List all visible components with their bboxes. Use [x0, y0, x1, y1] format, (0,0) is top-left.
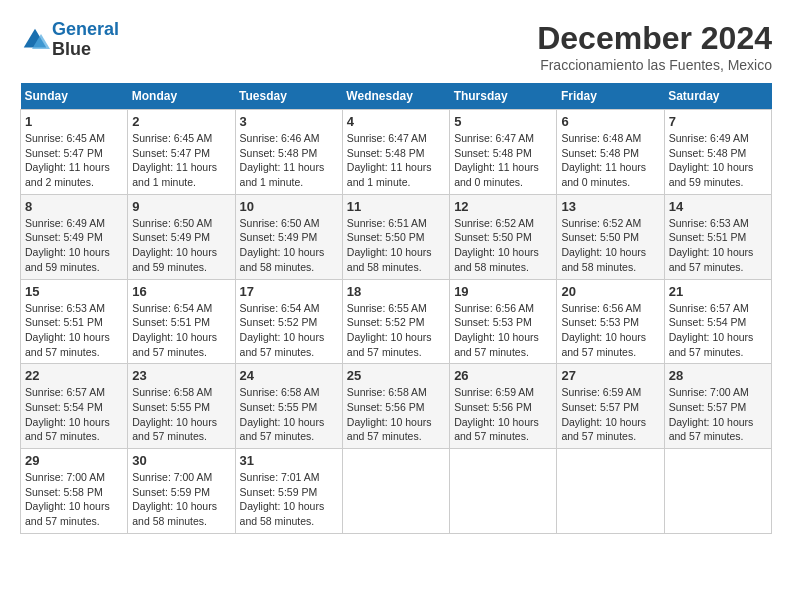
calendar-cell: 6 Sunrise: 6:48 AM Sunset: 5:48 PM Dayli…: [557, 110, 664, 195]
header-cell-wednesday: Wednesday: [342, 83, 449, 110]
day-info: Sunrise: 6:49 AM Sunset: 5:49 PM Dayligh…: [25, 216, 123, 275]
day-info: Sunrise: 6:53 AM Sunset: 5:51 PM Dayligh…: [669, 216, 767, 275]
day-info: Sunrise: 6:56 AM Sunset: 5:53 PM Dayligh…: [454, 301, 552, 360]
logo-text: General Blue: [52, 20, 119, 60]
day-info: Sunrise: 6:57 AM Sunset: 5:54 PM Dayligh…: [25, 385, 123, 444]
calendar-table: SundayMondayTuesdayWednesdayThursdayFrid…: [20, 83, 772, 534]
calendar-cell: [664, 449, 771, 534]
day-info: Sunrise: 6:58 AM Sunset: 5:55 PM Dayligh…: [240, 385, 338, 444]
day-info: Sunrise: 7:00 AM Sunset: 5:59 PM Dayligh…: [132, 470, 230, 529]
calendar-cell: 3 Sunrise: 6:46 AM Sunset: 5:48 PM Dayli…: [235, 110, 342, 195]
calendar-cell: 29 Sunrise: 7:00 AM Sunset: 5:58 PM Dayl…: [21, 449, 128, 534]
day-number: 29: [25, 453, 123, 468]
day-number: 11: [347, 199, 445, 214]
day-number: 8: [25, 199, 123, 214]
calendar-cell: 13 Sunrise: 6:52 AM Sunset: 5:50 PM Dayl…: [557, 194, 664, 279]
title-block: December 2024 Fraccionamiento las Fuente…: [537, 20, 772, 73]
calendar-cell: 31 Sunrise: 7:01 AM Sunset: 5:59 PM Dayl…: [235, 449, 342, 534]
calendar-cell: 28 Sunrise: 7:00 AM Sunset: 5:57 PM Dayl…: [664, 364, 771, 449]
day-number: 9: [132, 199, 230, 214]
calendar-week-2: 8 Sunrise: 6:49 AM Sunset: 5:49 PM Dayli…: [21, 194, 772, 279]
day-number: 27: [561, 368, 659, 383]
logo: General Blue: [20, 20, 119, 60]
day-info: Sunrise: 6:51 AM Sunset: 5:50 PM Dayligh…: [347, 216, 445, 275]
day-number: 3: [240, 114, 338, 129]
page-header: General Blue December 2024 Fraccionamien…: [20, 20, 772, 73]
day-info: Sunrise: 6:47 AM Sunset: 5:48 PM Dayligh…: [347, 131, 445, 190]
day-info: Sunrise: 6:54 AM Sunset: 5:52 PM Dayligh…: [240, 301, 338, 360]
day-info: Sunrise: 6:48 AM Sunset: 5:48 PM Dayligh…: [561, 131, 659, 190]
day-number: 18: [347, 284, 445, 299]
calendar-cell: 22 Sunrise: 6:57 AM Sunset: 5:54 PM Dayl…: [21, 364, 128, 449]
month-title: December 2024: [537, 20, 772, 57]
calendar-cell: 10 Sunrise: 6:50 AM Sunset: 5:49 PM Dayl…: [235, 194, 342, 279]
day-info: Sunrise: 6:56 AM Sunset: 5:53 PM Dayligh…: [561, 301, 659, 360]
calendar-cell: [557, 449, 664, 534]
calendar-cell: 15 Sunrise: 6:53 AM Sunset: 5:51 PM Dayl…: [21, 279, 128, 364]
day-number: 20: [561, 284, 659, 299]
day-info: Sunrise: 6:53 AM Sunset: 5:51 PM Dayligh…: [25, 301, 123, 360]
day-info: Sunrise: 6:59 AM Sunset: 5:56 PM Dayligh…: [454, 385, 552, 444]
calendar-cell: 27 Sunrise: 6:59 AM Sunset: 5:57 PM Dayl…: [557, 364, 664, 449]
calendar-cell: 11 Sunrise: 6:51 AM Sunset: 5:50 PM Dayl…: [342, 194, 449, 279]
header-cell-sunday: Sunday: [21, 83, 128, 110]
day-info: Sunrise: 6:59 AM Sunset: 5:57 PM Dayligh…: [561, 385, 659, 444]
day-info: Sunrise: 7:01 AM Sunset: 5:59 PM Dayligh…: [240, 470, 338, 529]
calendar-cell: 8 Sunrise: 6:49 AM Sunset: 5:49 PM Dayli…: [21, 194, 128, 279]
day-info: Sunrise: 6:47 AM Sunset: 5:48 PM Dayligh…: [454, 131, 552, 190]
day-number: 28: [669, 368, 767, 383]
calendar-cell: [342, 449, 449, 534]
calendar-cell: 12 Sunrise: 6:52 AM Sunset: 5:50 PM Dayl…: [450, 194, 557, 279]
day-number: 19: [454, 284, 552, 299]
calendar-week-4: 22 Sunrise: 6:57 AM Sunset: 5:54 PM Dayl…: [21, 364, 772, 449]
calendar-cell: 21 Sunrise: 6:57 AM Sunset: 5:54 PM Dayl…: [664, 279, 771, 364]
day-number: 17: [240, 284, 338, 299]
day-info: Sunrise: 6:58 AM Sunset: 5:55 PM Dayligh…: [132, 385, 230, 444]
day-number: 4: [347, 114, 445, 129]
day-number: 5: [454, 114, 552, 129]
calendar-cell: 26 Sunrise: 6:59 AM Sunset: 5:56 PM Dayl…: [450, 364, 557, 449]
calendar-cell: 25 Sunrise: 6:58 AM Sunset: 5:56 PM Dayl…: [342, 364, 449, 449]
calendar-week-5: 29 Sunrise: 7:00 AM Sunset: 5:58 PM Dayl…: [21, 449, 772, 534]
calendar-cell: [450, 449, 557, 534]
header-row: SundayMondayTuesdayWednesdayThursdayFrid…: [21, 83, 772, 110]
day-number: 22: [25, 368, 123, 383]
calendar-cell: 20 Sunrise: 6:56 AM Sunset: 5:53 PM Dayl…: [557, 279, 664, 364]
header-cell-thursday: Thursday: [450, 83, 557, 110]
day-number: 30: [132, 453, 230, 468]
calendar-cell: 18 Sunrise: 6:55 AM Sunset: 5:52 PM Dayl…: [342, 279, 449, 364]
day-number: 13: [561, 199, 659, 214]
day-number: 12: [454, 199, 552, 214]
day-number: 7: [669, 114, 767, 129]
day-number: 25: [347, 368, 445, 383]
location: Fraccionamiento las Fuentes, Mexico: [537, 57, 772, 73]
day-info: Sunrise: 6:58 AM Sunset: 5:56 PM Dayligh…: [347, 385, 445, 444]
calendar-cell: 24 Sunrise: 6:58 AM Sunset: 5:55 PM Dayl…: [235, 364, 342, 449]
calendar-cell: 2 Sunrise: 6:45 AM Sunset: 5:47 PM Dayli…: [128, 110, 235, 195]
calendar-cell: 7 Sunrise: 6:49 AM Sunset: 5:48 PM Dayli…: [664, 110, 771, 195]
day-info: Sunrise: 6:52 AM Sunset: 5:50 PM Dayligh…: [454, 216, 552, 275]
day-number: 1: [25, 114, 123, 129]
day-info: Sunrise: 6:50 AM Sunset: 5:49 PM Dayligh…: [240, 216, 338, 275]
calendar-cell: 4 Sunrise: 6:47 AM Sunset: 5:48 PM Dayli…: [342, 110, 449, 195]
day-info: Sunrise: 6:50 AM Sunset: 5:49 PM Dayligh…: [132, 216, 230, 275]
logo-icon: [20, 25, 50, 55]
calendar-cell: 14 Sunrise: 6:53 AM Sunset: 5:51 PM Dayl…: [664, 194, 771, 279]
calendar-week-3: 15 Sunrise: 6:53 AM Sunset: 5:51 PM Dayl…: [21, 279, 772, 364]
header-cell-saturday: Saturday: [664, 83, 771, 110]
day-info: Sunrise: 6:57 AM Sunset: 5:54 PM Dayligh…: [669, 301, 767, 360]
calendar-cell: 9 Sunrise: 6:50 AM Sunset: 5:49 PM Dayli…: [128, 194, 235, 279]
day-number: 2: [132, 114, 230, 129]
day-number: 14: [669, 199, 767, 214]
day-info: Sunrise: 6:55 AM Sunset: 5:52 PM Dayligh…: [347, 301, 445, 360]
day-number: 15: [25, 284, 123, 299]
calendar-cell: 1 Sunrise: 6:45 AM Sunset: 5:47 PM Dayli…: [21, 110, 128, 195]
day-info: Sunrise: 6:54 AM Sunset: 5:51 PM Dayligh…: [132, 301, 230, 360]
header-cell-monday: Monday: [128, 83, 235, 110]
day-info: Sunrise: 6:45 AM Sunset: 5:47 PM Dayligh…: [132, 131, 230, 190]
day-info: Sunrise: 7:00 AM Sunset: 5:58 PM Dayligh…: [25, 470, 123, 529]
day-info: Sunrise: 7:00 AM Sunset: 5:57 PM Dayligh…: [669, 385, 767, 444]
calendar-cell: 23 Sunrise: 6:58 AM Sunset: 5:55 PM Dayl…: [128, 364, 235, 449]
header-cell-friday: Friday: [557, 83, 664, 110]
calendar-cell: 30 Sunrise: 7:00 AM Sunset: 5:59 PM Dayl…: [128, 449, 235, 534]
